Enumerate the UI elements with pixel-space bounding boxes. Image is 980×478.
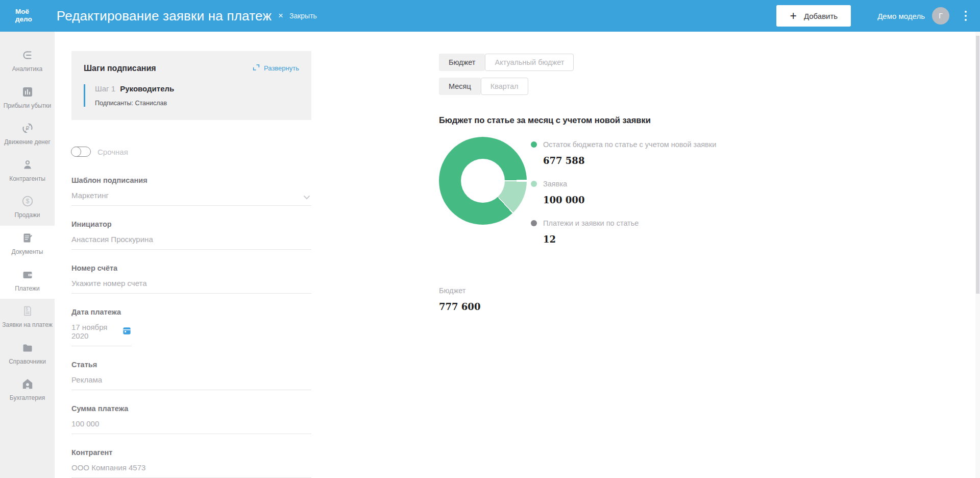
field-signing-template: Шаблон подписания Маркетинг (71, 176, 311, 206)
add-button[interactable]: + Добавить (776, 5, 851, 27)
field-label: Контрагент (71, 448, 311, 457)
legend-dot-green (531, 141, 537, 148)
signing-template-value: Маркетинг (71, 191, 109, 200)
payments-icon (21, 268, 34, 281)
budget-donut (439, 137, 527, 225)
field-article: Статья Реклама (71, 361, 311, 390)
money-flow-icon: ₽ (21, 122, 34, 135)
sidebar-item-analytics[interactable]: Аналитика (0, 43, 55, 80)
budget-panel: Бюджет Актуальный бюджет Месяц Квартал Б… (439, 54, 812, 312)
payment-date-input[interactable]: 17 ноября 2020 (71, 323, 132, 346)
signing-template-select[interactable]: Маркетинг (71, 191, 311, 206)
sidebar-item-payments[interactable]: Платежи (0, 262, 55, 299)
urgent-toggle-row: Срочная (71, 147, 311, 157)
account-name: Демо модель (877, 12, 925, 20)
sidebar-nav: Аналитика Прибыли убытки ₽ Движение дене… (0, 32, 55, 478)
sidebar-item-label: Прибыли убытки (4, 102, 52, 110)
avatar[interactable]: Г (932, 7, 949, 25)
page-title: Редактирование заявки на платеж (57, 8, 272, 24)
sidebar-item-profit-loss[interactable]: Прибыли убытки (0, 80, 55, 116)
budget-chart-title: Бюджет по статье за месяц с учетом новой… (439, 115, 812, 125)
expand-button[interactable]: Развернуть (252, 63, 299, 73)
sidebar-item-sales[interactable]: $ Продажи (0, 189, 55, 226)
scrollbar-track[interactable] (975, 32, 980, 478)
sidebar-item-label: Заявки на платеж (2, 321, 53, 329)
field-label: Сумма платежа (71, 404, 311, 413)
legend-value: 677 588 (543, 155, 716, 166)
close-icon[interactable]: × (278, 11, 283, 21)
legend-label: Платежи и заявки по статье (543, 219, 639, 227)
sidebar-item-label: Справочники (9, 358, 46, 366)
budget-chart-row: Остаток бюджета по статье с учетом новой… (439, 137, 812, 258)
app-logo[interactable]: Моё дело (15, 8, 32, 23)
invoice-number-input[interactable]: Укажите номер счета (71, 279, 311, 294)
sidebar-item-payment-requests[interactable]: $ Заявки на платеж (0, 299, 55, 336)
top-header: Моё дело Редактирование заявки на платеж… (0, 0, 980, 32)
article-input[interactable]: Реклама (71, 375, 311, 390)
calendar-icon[interactable] (122, 326, 132, 337)
initiator-input[interactable]: Анастасия Проскурина (71, 235, 311, 250)
kebab-menu-icon[interactable] (965, 11, 967, 21)
amount-input[interactable]: 100 000 (71, 419, 311, 434)
close-button[interactable]: Закрыть (289, 12, 317, 20)
sidebar-item-documents[interactable]: Документы (0, 226, 55, 262)
sidebar-item-label: Платежи (15, 285, 40, 293)
budget-period-tabs: Месяц Квартал (439, 78, 812, 95)
sidebar-group-documents: Документы Платежи (0, 226, 55, 299)
sidebar-item-directories[interactable]: Справочники (0, 336, 55, 372)
profit-loss-icon (21, 85, 34, 99)
expand-icon (252, 63, 260, 73)
payment-date-value: 17 ноября 2020 (71, 323, 116, 340)
signing-steps-title: Шаги подписания (84, 64, 156, 73)
budget-total-label: Бюджет (439, 286, 812, 295)
account-menu[interactable]: Демо модель Г (877, 7, 949, 25)
svg-text:₽: ₽ (26, 125, 29, 132)
field-counterparty: Контрагент ООО Компания 4573 (71, 448, 311, 478)
counterparty-input[interactable]: ООО Компания 4573 (71, 463, 311, 478)
field-label: Номер счёта (71, 264, 311, 272)
add-button-label: Добавить (804, 12, 838, 20)
scrollbar-thumb[interactable] (976, 36, 979, 294)
legend-value: 100 000 (543, 195, 716, 205)
counterparties-icon (21, 158, 34, 172)
svg-text:$: $ (26, 198, 29, 205)
tab-budget[interactable]: Бюджет (439, 54, 485, 71)
legend-dot-gray (531, 220, 537, 226)
sidebar-item-label: Движение денег (4, 138, 51, 147)
step-role: Руководитель (120, 84, 174, 93)
field-label: Шаблон подписания (71, 176, 311, 184)
logo-line-2: дело (15, 16, 32, 23)
legend-item-request: Заявка 100 000 (531, 180, 716, 205)
step-number: Шаг 1 (95, 84, 115, 93)
sidebar-item-counterparties[interactable]: Контрагенты (0, 153, 55, 189)
tab-quarter[interactable]: Квартал (481, 78, 528, 95)
accounting-icon (21, 377, 34, 391)
sidebar-item-label: Аналитика (12, 65, 42, 74)
field-label: Дата платежа (71, 308, 311, 316)
signing-steps-card: Шаги подписания Развернуть Шаг 1 Руковод… (71, 51, 311, 120)
budget-type-tabs: Бюджет Актуальный бюджет (439, 54, 812, 71)
legend-value: 12 (543, 234, 716, 245)
sidebar-item-label: Бухгалтерия (10, 394, 45, 402)
chevron-down-icon[interactable] (303, 193, 310, 201)
toggle-knob (71, 147, 81, 157)
field-payment-date: Дата платежа 17 ноября 2020 (71, 308, 311, 346)
tab-month[interactable]: Месяц (439, 78, 481, 95)
budget-total: Бюджет 777 600 (439, 286, 812, 312)
payment-requests-icon: $ (21, 304, 34, 318)
sidebar-item-money-flow[interactable]: ₽ Движение денег (0, 116, 55, 153)
plus-icon: + (790, 10, 796, 22)
budget-legend: Остаток бюджета по статье с учетом новой… (531, 137, 716, 258)
sidebar-item-accounting[interactable]: Бухгалтерия (0, 372, 55, 409)
urgent-toggle[interactable] (71, 147, 91, 157)
sidebar-item-label: Контрагенты (9, 175, 45, 183)
field-label: Инициатор (71, 220, 311, 228)
legend-item-payments: Платежи и заявки по статье 12 (531, 219, 716, 245)
legend-label: Остаток бюджета по статье с учетом новой… (543, 140, 716, 149)
sales-icon: $ (21, 195, 34, 208)
tab-actual-budget[interactable]: Актуальный бюджет (485, 54, 574, 71)
field-amount: Сумма платежа 100 000 (71, 404, 311, 434)
sidebar-item-label: Документы (12, 248, 43, 256)
documents-icon (21, 231, 34, 245)
logo-line-1: Моё (15, 8, 32, 16)
